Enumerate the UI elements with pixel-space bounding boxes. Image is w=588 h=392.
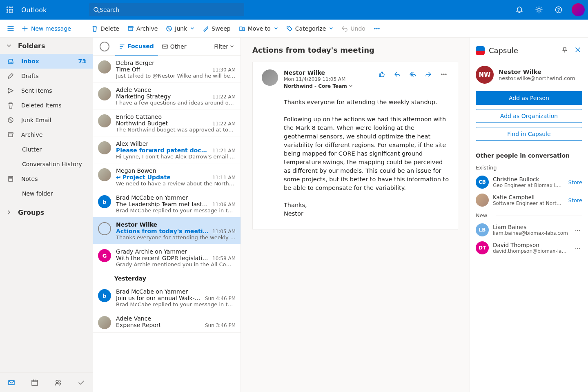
capsule-logo-icon (476, 46, 485, 55)
settings-icon[interactable] (529, 0, 549, 20)
more-actions-icon[interactable] (370, 20, 384, 38)
nav-toggle[interactable] (3, 20, 18, 38)
message-subject: Time Off (116, 66, 140, 73)
contact-more-icon[interactable]: ⋯ (572, 225, 582, 236)
delete-button[interactable]: Delete (87, 20, 123, 38)
sidebar-item-inbox[interactable]: Inbox 73 (0, 54, 93, 69)
reply-icon[interactable] (392, 69, 402, 89)
message-preview: We need to have a review about the North… (116, 180, 236, 187)
move-to-button[interactable]: Move to (235, 20, 282, 38)
svg-point-10 (538, 9, 540, 11)
message-recipients[interactable]: Northwind - Core Team (284, 83, 371, 89)
brand-label: Outlook (20, 6, 89, 14)
message-item[interactable]: Nestor WilkeActions from today's meeting… (93, 217, 241, 244)
sidebar-item-sent[interactable]: Sent Items (0, 83, 93, 98)
message-sender: Megan Bowen (116, 167, 156, 174)
svg-point-15 (376, 28, 377, 29)
categorize-button[interactable]: Categorize (282, 20, 338, 38)
search-icon (93, 7, 100, 13)
search-box[interactable] (89, 3, 244, 16)
add-as-person-button[interactable]: Add as Person (476, 91, 582, 105)
sidebar-item-archive[interactable]: Archive (0, 127, 93, 142)
account-avatar[interactable] (568, 0, 588, 20)
contact-avatar: LB (476, 223, 489, 236)
svg-point-8 (12, 12, 13, 13)
help-icon[interactable] (549, 0, 568, 20)
message-avatar (98, 60, 111, 74)
message-item[interactable]: Enrico CattaneoNorthwind Budget11:22 AMT… (93, 109, 241, 136)
sidebar-item-notes[interactable]: Notes (0, 172, 93, 186)
contact-row[interactable]: CBChristine BullockGeo Engineer at Bioma… (476, 176, 582, 189)
groups-header[interactable]: Groups (0, 204, 93, 220)
svg-point-1 (9, 7, 11, 8)
more-icon[interactable] (439, 69, 449, 89)
close-icon[interactable] (573, 45, 582, 56)
svg-point-2 (12, 7, 13, 8)
message-time: 11:22 AM (212, 94, 236, 100)
tab-focused[interactable]: Focused (115, 38, 158, 56)
message-item[interactable]: bBrad McCabe on YammerThe Leadership Tea… (93, 190, 241, 217)
message-item[interactable]: Megan Bowen↩Project Update11:11 AMWe nee… (93, 163, 241, 190)
message-time: 11:30 AM (212, 67, 236, 73)
message-sender: Adele Vance (116, 315, 151, 322)
undo-button[interactable]: Undo (337, 20, 370, 38)
message-item[interactable]: GGrady Archie on YammerWith the recent G… (93, 244, 241, 271)
focused-icon (119, 43, 125, 49)
contact-row[interactable]: DTDavid Thompsondavid.thompson@biomax-la… (476, 241, 582, 254)
contact-name: Katie Campbell (493, 194, 564, 200)
svg-point-6 (7, 12, 8, 13)
contact-subtitle: Geo Engineer at Biomax Labs (493, 183, 564, 188)
rail-calendar-icon[interactable] (27, 373, 43, 392)
select-all-toggle[interactable] (100, 42, 109, 51)
message-item[interactable]: Adele VanceMarketing Strategy11:22 AMI h… (93, 82, 241, 109)
contact-avatar: CB (476, 176, 489, 189)
find-in-capsule-button[interactable]: Find in Capsule (476, 127, 582, 141)
svg-rect-21 (32, 380, 38, 385)
sidebar-item-drafts[interactable]: Drafts (0, 69, 93, 83)
app-launcher[interactable] (0, 0, 20, 20)
notifications-icon[interactable] (510, 0, 529, 20)
store-button[interactable]: Store (568, 197, 582, 203)
message-item[interactable]: Adele VanceExpense ReportSun 3:46 PM (93, 311, 241, 333)
mail-icon (162, 44, 168, 49)
message-sender: Adele Vance (116, 87, 151, 93)
contact-more-icon[interactable]: ⋯ (572, 243, 582, 254)
sender-avatar[interactable] (262, 69, 278, 86)
reply-all-icon[interactable] (408, 69, 418, 89)
filter-button[interactable]: Filter (214, 43, 234, 50)
contact-subtitle: Software Engineer at Northwind (493, 200, 564, 206)
message-item[interactable]: Debra BergerTime Off11:30 AMJust talked … (93, 56, 241, 82)
folders-header[interactable]: Folders (0, 38, 93, 54)
pin-icon[interactable] (560, 45, 569, 56)
archive-button[interactable]: Archive (123, 20, 162, 38)
message-card: Nestor Wilke Mon 11/4/2019 11:05 AM Nort… (252, 62, 458, 230)
sidebar-item-conversation-history[interactable]: Conversation History (0, 157, 93, 172)
contact-row[interactable]: Katie CampbellSoftware Engineer at North… (476, 194, 582, 207)
search-input[interactable] (100, 7, 240, 13)
new-message-button[interactable]: New message (18, 20, 75, 38)
message-sender: Enrico Cattaneo (116, 114, 162, 120)
sweep-button[interactable]: Sweep (198, 20, 234, 38)
like-icon[interactable] (377, 69, 387, 89)
message-avatar: b (98, 195, 111, 208)
reply-indicator-icon: ↩ (116, 174, 121, 180)
rail-mail-icon[interactable] (3, 373, 20, 392)
add-as-organization-button[interactable]: Add as Organization (476, 109, 582, 123)
rail-people-icon[interactable] (50, 373, 66, 392)
message-item[interactable]: bBrad McCabe on YammerJoin us for our an… (93, 284, 241, 311)
contact-row[interactable]: LBLiam Bainesliam.baines@biomax-labs.com… (476, 223, 582, 236)
sidebar-item-junk[interactable]: Junk Email (0, 113, 93, 127)
message-item[interactable]: Alex WilberPlease forward patent documen… (93, 136, 241, 163)
chevron-down-icon (329, 27, 333, 31)
contact-subtitle: liam.baines@biomax-labs.com (493, 230, 568, 236)
tab-other[interactable]: Other (158, 38, 191, 56)
message-subject: Actions from today's meeting (252, 46, 458, 54)
store-button[interactable]: Store (568, 179, 582, 185)
sidebar-item-deleted[interactable]: Deleted Items (0, 98, 93, 113)
rail-todo-icon[interactable] (73, 373, 89, 392)
forward-icon[interactable] (423, 69, 433, 89)
junk-button[interactable]: Junk (162, 20, 198, 38)
sidebar-item-new-folder[interactable]: New folder (0, 186, 93, 201)
sidebar-item-clutter[interactable]: Clutter (0, 142, 93, 157)
message-preview: Grady Archie mentioned you in the All Co… (116, 261, 236, 267)
